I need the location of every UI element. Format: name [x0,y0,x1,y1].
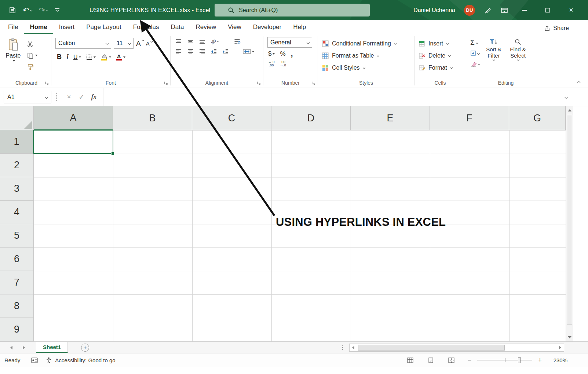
bold-button[interactable]: B [57,53,62,61]
tab-home[interactable]: Home [24,23,53,34]
cell-styles-button[interactable]: Cell Styles [322,62,412,74]
align-middle-button[interactable] [187,39,194,44]
zoom-level[interactable]: 230% [551,357,567,363]
tab-insert[interactable]: Insert [53,23,81,34]
clear-button[interactable] [470,60,480,68]
fill-button[interactable] [470,49,480,57]
comma-style-button[interactable]: , [291,51,293,56]
fill-color-button[interactable] [101,54,111,60]
borders-button[interactable] [86,54,96,60]
sheet-tab-sheet1[interactable]: Sheet1 [36,342,68,353]
percent-style-button[interactable]: % [280,50,285,58]
italic-button[interactable]: I [66,53,69,61]
maximize-button[interactable] [540,0,555,20]
font-name-combobox[interactable]: Calibri [55,38,111,49]
scroll-down-button[interactable] [566,333,573,341]
column-header-d[interactable]: D [271,106,351,130]
sheet-nav-left-icon[interactable] [10,346,12,349]
align-center-button[interactable] [187,49,194,54]
alignment-dialog-launcher[interactable] [257,81,261,85]
avatar[interactable]: DU [464,5,475,16]
font-dialog-launcher[interactable] [164,81,168,85]
ribbon-display-options-button[interactable] [501,7,508,14]
sheet-nav-right-icon[interactable] [23,346,25,349]
increase-decimal-button[interactable]: ←.0 .00 [268,60,274,67]
name-box[interactable]: A1 [4,91,51,103]
insert-function-button[interactable]: fx [88,91,100,103]
share-button[interactable]: Share [544,25,569,32]
minimize-button[interactable] [517,0,532,20]
row-header-3[interactable]: 3 [0,177,34,201]
column-header-f[interactable]: F [430,106,509,130]
format-cells-button[interactable]: Format [419,62,463,74]
active-cell-a1[interactable] [33,130,113,154]
clipboard-dialog-launcher[interactable] [45,81,49,85]
user-name[interactable]: Daniel Uchenna [413,7,455,14]
scroll-right-button[interactable] [556,344,564,351]
expand-formula-bar-icon[interactable] [565,95,568,99]
customize-qat-button[interactable] [55,8,60,12]
format-painter-button[interactable] [27,63,33,71]
row-header-9[interactable]: 9 [0,318,34,341]
copy-button[interactable] [27,51,37,59]
row-header-6[interactable]: 6 [0,247,34,271]
collapse-ribbon-button[interactable] [577,81,580,84]
column-header-e[interactable]: E [351,106,430,130]
tab-scrollbar-resize-handle[interactable] [342,345,344,350]
cut-button[interactable] [27,40,33,48]
align-top-button[interactable] [175,39,182,44]
row-header-2[interactable]: 2 [0,154,34,177]
column-header-g[interactable]: G [509,106,566,130]
tab-data[interactable]: Data [165,23,190,34]
normal-view-button[interactable] [405,358,415,363]
zoom-slider-thumb[interactable] [518,357,521,363]
enter-button[interactable]: ✓ [75,91,88,103]
insert-cells-button[interactable]: Insert [419,37,463,50]
scroll-left-button[interactable] [350,344,357,351]
tab-review[interactable]: Review [190,23,222,34]
decrease-font-size-button[interactable]: A [146,39,152,47]
row-header-5[interactable]: 5 [0,224,34,247]
row-header-8[interactable]: 8 [0,294,34,318]
cells-canvas[interactable] [34,130,566,341]
page-break-preview-button[interactable] [446,358,456,363]
format-as-table-button[interactable]: Format as Table [322,50,412,62]
row-header-4[interactable]: 4 [0,201,34,224]
sort-filter-button[interactable]: Sort & Filter [482,36,506,78]
undo-button[interactable]: ↶ [23,6,32,14]
page-layout-view-button[interactable] [426,358,435,363]
search-box[interactable]: Search (Alt+Q) [215,4,370,16]
accounting-format-button[interactable]: $ [268,50,275,58]
cancel-button[interactable]: × [63,91,75,103]
paste-button[interactable]: Paste [2,36,24,78]
vertical-scroll-thumb[interactable] [567,115,572,324]
fill-handle[interactable] [111,152,114,155]
autosum-button[interactable]: Σ [470,38,480,47]
save-button[interactable] [9,7,16,14]
formula-input[interactable] [103,88,558,106]
decrease-decimal-button[interactable]: .00 →.0 [280,60,286,67]
number-format-combobox[interactable]: General [267,37,312,48]
horizontal-scrollbar[interactable] [349,344,564,352]
zoom-slider[interactable] [477,357,532,363]
increase-indent-button[interactable] [222,49,229,54]
close-button[interactable]: × [564,0,578,20]
increase-font-size-button[interactable]: A [136,39,143,47]
column-header-a[interactable]: A [34,106,113,130]
ink-pen-button[interactable] [484,6,492,14]
horizontal-scroll-thumb[interactable] [358,345,505,351]
row-header-1[interactable]: 1 [0,130,34,154]
redo-button[interactable]: ↷ [39,6,48,14]
scroll-up-button[interactable] [566,106,573,114]
formula-bar-drag-handle[interactable] [56,93,58,102]
delete-cells-button[interactable]: Delete [419,50,463,62]
align-right-button[interactable] [199,49,205,54]
accessibility-status-button[interactable]: Accessibility: Good to go [46,357,115,363]
macro-record-button[interactable] [31,358,38,363]
column-header-b[interactable]: B [113,106,192,130]
column-header-c[interactable]: C [192,106,271,130]
align-bottom-button[interactable] [199,39,205,44]
conditional-formatting-button[interactable]: Conditional Formatting [322,37,412,50]
font-size-combobox[interactable]: 11 [114,38,134,49]
number-dialog-launcher[interactable] [311,81,315,85]
